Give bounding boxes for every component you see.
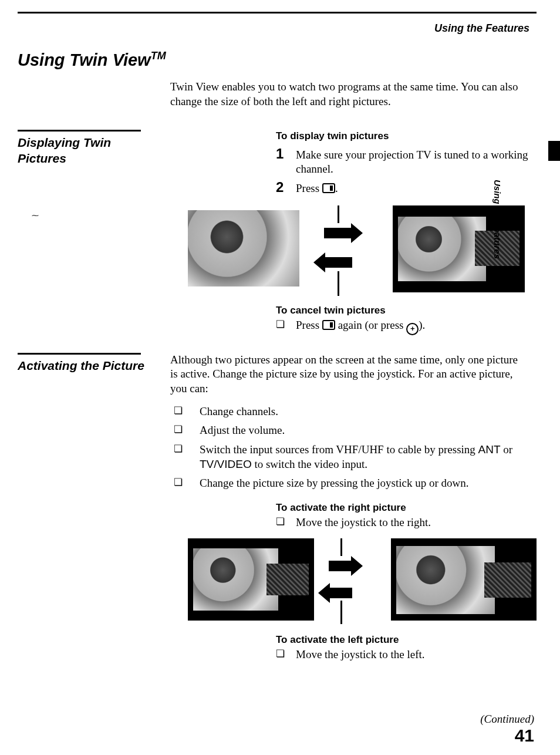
subhead-activate-left: To activate the left picture <box>276 633 537 646</box>
capability-list: ❏ Change channels. ❏ Adjust the volume. … <box>170 405 537 491</box>
single-picture-illustration <box>188 210 299 287</box>
restore-button-icon: + <box>406 323 419 335</box>
cancel-before: Press <box>296 319 322 331</box>
main-picture <box>396 546 495 614</box>
side-column: Displaying Twin Pictures <box>18 130 170 166</box>
list-item: ❏ Move the joystick to the left. <box>276 648 537 662</box>
page-title: Using Twin ViewTM <box>18 49 537 72</box>
section-activating-the-picture: Activating the Picture Although two pict… <box>18 353 537 663</box>
bullet-box-icon: ❏ <box>170 443 200 456</box>
bullet-box-icon: ❏ <box>170 423 200 436</box>
list-text: Change channels. <box>200 405 278 419</box>
step-text: Press . <box>296 180 338 196</box>
step-1: 1 Make sure your projection TV is tuned … <box>276 147 537 177</box>
bullet-box-icon: ❏ <box>170 476 200 489</box>
arrow-stem <box>338 271 339 296</box>
arrow-stem <box>340 538 342 556</box>
top-rule <box>18 12 537 14</box>
twin-view-button-icon <box>322 320 335 330</box>
side-title: Displaying Twin Pictures <box>18 135 158 166</box>
twin-view-diagram <box>188 200 537 299</box>
list-item: ❏ Move the joystick to the right. <box>276 515 537 530</box>
arrow-right-icon <box>329 561 352 571</box>
section-body: To display twin pictures 1 Make sure you… <box>170 130 537 336</box>
running-head: Using the Features <box>18 22 529 35</box>
step-text-after: . <box>335 182 338 194</box>
left-active-illustration <box>188 538 314 621</box>
side-title: Activating the Picture <box>18 358 158 373</box>
main-picture <box>193 548 278 611</box>
stray-mark: ⁓ <box>32 211 39 221</box>
page-footer: (Continued) 41 <box>480 712 534 744</box>
step-text-before: Press <box>296 182 322 194</box>
list-text: Press again (or press +). <box>296 318 425 335</box>
section-body: Although two pictures appear on the scre… <box>170 353 537 663</box>
cancel-after: ). <box>419 319 425 331</box>
step-number: 2 <box>276 180 296 194</box>
bullet-box-icon: ❏ <box>170 405 200 417</box>
page-number: 41 <box>480 727 534 744</box>
list-text: Switch the input sources from VHF/UHF to… <box>200 443 537 471</box>
list-item: ❏ Change channels. <box>170 405 537 419</box>
side-rule <box>18 353 141 355</box>
list-text: Change the picture size by pressing the … <box>200 476 469 491</box>
list-text: Move the joystick to the left. <box>296 648 425 662</box>
page: Using the Features Using Twin ViewTM Twi… <box>0 0 560 755</box>
cancel-list: ❏ Press again (or press +). <box>276 318 537 335</box>
chapter-thumb-tab <box>548 141 560 161</box>
main-picture <box>398 217 486 281</box>
bullet-box-icon: ❏ <box>276 648 296 660</box>
twin-view-button-icon <box>322 183 335 193</box>
right-active-illustration <box>391 538 537 621</box>
trademark-symbol: TM <box>151 50 166 62</box>
side-rule <box>18 130 141 132</box>
arrow-left-icon <box>324 257 352 268</box>
activate-left-list: ❏ Move the joystick to the left. <box>276 648 537 662</box>
bullet-box-icon: ❏ <box>276 515 296 528</box>
twin-picture-illustration <box>393 205 525 292</box>
step-text: Make sure your projection TV is tuned to… <box>296 147 537 177</box>
arrow-right-icon <box>324 228 352 238</box>
continued-label: (Continued) <box>480 712 534 727</box>
sub-picture <box>266 564 309 595</box>
section-displaying-twin-pictures: Displaying Twin Pictures To display twin… <box>18 130 537 336</box>
list-item: ❏ Change the picture size by pressing th… <box>170 476 537 491</box>
list-item: ❏ Switch the input sources from VHF/UHF … <box>170 443 537 471</box>
list-item: ❏ Press again (or press +). <box>276 318 537 335</box>
list-item: ❏ Adjust the volume. <box>170 423 537 438</box>
list-text: Adjust the volume. <box>200 423 285 438</box>
arrow-stem <box>340 601 342 624</box>
cancel-mid: again (or press <box>335 319 406 331</box>
bullet-box-icon: ❏ <box>276 318 296 331</box>
sub-picture <box>484 562 531 598</box>
subhead-display: To display twin pictures <box>276 130 537 143</box>
intro-paragraph: Twin View enables you to watch two progr… <box>170 80 525 109</box>
subhead-activate-right: To activate the right picture <box>276 501 537 514</box>
arrow-left-icon <box>329 588 352 598</box>
paragraph: Although two pictures appear on the scre… <box>170 353 525 396</box>
activate-right-list: ❏ Move the joystick to the right. <box>276 515 537 530</box>
subhead-cancel: To cancel twin pictures <box>276 304 537 317</box>
activate-diagram <box>188 535 537 629</box>
step-number: 1 <box>276 147 296 161</box>
side-column: Activating the Picture <box>18 353 170 373</box>
chapter-thumb-label: Using the Features <box>491 180 503 259</box>
list-text: Move the joystick to the right. <box>296 515 431 530</box>
arrow-stem <box>338 205 339 223</box>
page-title-text: Using Twin View <box>18 50 151 69</box>
